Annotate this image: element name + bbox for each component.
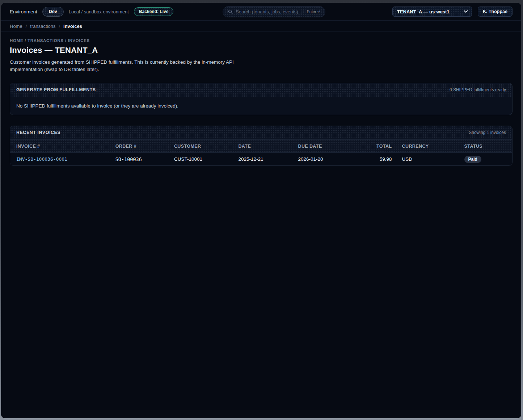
column-header-total: TOTAL xyxy=(359,140,396,153)
environment-description: Local / sandbox environment xyxy=(69,9,129,14)
user-button[interactable]: K. Thoppae xyxy=(478,7,513,17)
invoices-panel-title: RECENT INVOICES xyxy=(16,130,60,135)
cell-invoice: INV-SO-100036-0001 xyxy=(10,153,110,165)
page-description: Customer invoices generated from SHIPPED… xyxy=(10,59,260,73)
app-window: Environment Dev Local / sandbox environm… xyxy=(1,3,521,418)
generate-from-fulfillments-panel: GENERATE FROM FULFILLMENTS 0 SHIPPED ful… xyxy=(10,83,513,115)
generate-panel-header: GENERATE FROM FULFILLMENTS 0 SHIPPED ful… xyxy=(10,83,512,97)
generate-panel-meta: 0 SHIPPED fulfillments ready xyxy=(450,87,506,92)
backend-status-badge: Backend: Live xyxy=(134,7,173,16)
cell-currency: USD xyxy=(396,153,459,165)
search-enter-hint: Enter ↵ xyxy=(307,9,321,14)
breadcrumb-item-transactions[interactable]: transactions xyxy=(30,24,55,29)
cell-total: 59.98 xyxy=(359,153,396,165)
breadcrumb-item-invoices: invoices xyxy=(63,24,82,29)
breadcrumb-separator: / xyxy=(59,24,60,29)
cell-date: 2025-12-21 xyxy=(232,153,292,165)
environment-group: Environment Dev Local / sandbox environm… xyxy=(10,7,173,17)
main-content: HOME / TRANSACTIONS / INVOICES Invoices … xyxy=(1,32,521,166)
breadcrumb-separator: / xyxy=(26,24,27,29)
column-header-date: DATE xyxy=(232,140,292,153)
search-box[interactable]: Enter ↵ xyxy=(223,6,325,17)
column-header-order: ORDER # xyxy=(110,140,168,153)
invoices-panel-meta: Showing 1 invoices xyxy=(469,130,506,135)
page-title: Invoices — TENANT_A xyxy=(10,46,513,55)
generate-panel-body: No SHIPPED fulfillments available to inv… xyxy=(10,97,512,115)
tenant-select-value: TENANT_A — us-west1 xyxy=(397,9,450,14)
tenant-select[interactable]: TENANT_A — us-west1 xyxy=(392,7,472,17)
table-header-row: INVOICE # ORDER # CUSTOMER DATE DUE DATE… xyxy=(10,140,512,153)
breadcrumb-item-home[interactable]: Home xyxy=(10,24,22,29)
invoice-link[interactable]: INV-SO-100036-0001 xyxy=(16,156,67,162)
cell-customer: CUST-10001 xyxy=(168,153,233,165)
cell-due-date: 2026-01-20 xyxy=(292,153,359,165)
topbar-right-group: TENANT_A — us-west1 K. Thoppae xyxy=(392,7,513,17)
invoices-panel-header: RECENT INVOICES Showing 1 invoices xyxy=(10,126,512,140)
search-input[interactable] xyxy=(236,9,304,14)
environment-pill[interactable]: Dev xyxy=(42,7,64,17)
cell-order: SO-100036 xyxy=(110,153,168,165)
empty-state-message: No SHIPPED fulfillments available to inv… xyxy=(16,103,178,109)
page-kicker: HOME / TRANSACTIONS / INVOICES xyxy=(10,38,513,43)
recent-invoices-panel: RECENT INVOICES Showing 1 invoices INVOI… xyxy=(10,126,513,166)
column-header-status: STATUS xyxy=(459,140,512,153)
topbar: Environment Dev Local / sandbox environm… xyxy=(1,3,521,21)
status-badge: Paid xyxy=(464,156,481,163)
generate-panel-title: GENERATE FROM FULFILLMENTS xyxy=(16,87,96,92)
chevron-down-icon xyxy=(464,10,468,13)
cell-status: Paid xyxy=(459,153,512,165)
invoices-table: INVOICE # ORDER # CUSTOMER DATE DUE DATE… xyxy=(10,140,512,165)
search-icon xyxy=(228,9,233,14)
column-header-invoice: INVOICE # xyxy=(10,140,110,153)
breadcrumb: Home / transactions / invoices xyxy=(1,21,521,32)
environment-label: Environment xyxy=(10,9,37,14)
column-header-currency: CURRENCY xyxy=(396,140,459,153)
column-header-due-date: DUE DATE xyxy=(292,140,359,153)
table-row: INV-SO-100036-0001 SO-100036 CUST-10001 … xyxy=(10,153,512,165)
column-header-customer: CUSTOMER xyxy=(168,140,233,153)
